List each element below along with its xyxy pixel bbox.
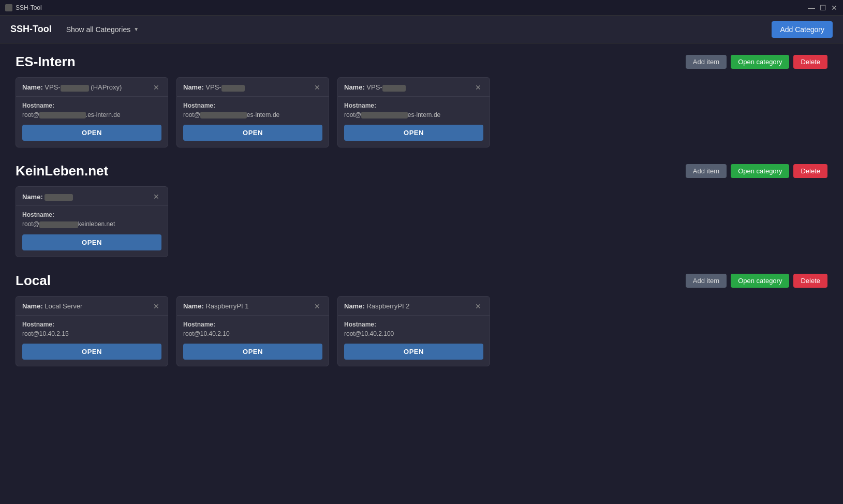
item-close-button-keinleben-0[interactable]: ✕ (151, 192, 161, 201)
item-close-button-es-intern-1[interactable]: ✕ (312, 83, 322, 92)
hostname-label-local-0: Hostname: (22, 321, 161, 328)
chevron-down-icon: ▼ (134, 26, 139, 32)
item-card-body-local-2: Hostname:root@10.40.2.100OPEN (338, 316, 490, 366)
main-content: ES-InternAdd itemOpen categoryDeleteName… (0, 43, 843, 504)
title-bar-text: SSH-Tool (16, 4, 42, 11)
hostname-value-es-intern-1: root@es-intern.de (183, 111, 322, 118)
item-card-header-es-intern-2: Name: VPS-✕ (338, 78, 490, 97)
hostname-value-keinleben-0: root@keinleben.net (22, 220, 161, 228)
item-close-button-local-1[interactable]: ✕ (312, 302, 322, 311)
item-name-label-es-intern-2: Name: VPS- (344, 83, 406, 91)
add-category-button[interactable]: Add Category (772, 21, 833, 38)
category-header-local: LocalAdd itemOpen categoryDelete (16, 273, 827, 289)
item-name-label-local-2: Name: RaspberryPI 2 (344, 302, 409, 310)
maximize-button[interactable]: ☐ (819, 4, 826, 11)
item-card-header-es-intern-0: Name: VPS- (HAProxy)✕ (16, 78, 168, 97)
items-grid-local: Name: Local Server✕Hostname:root@10.40.2… (16, 296, 827, 366)
item-card-header-es-intern-1: Name: VPS-✕ (177, 78, 329, 97)
open-button-es-intern-0[interactable]: OPEN (22, 125, 161, 141)
category-section-local: LocalAdd itemOpen categoryDeleteName: Lo… (16, 273, 827, 366)
add-item-button-local[interactable]: Add item (686, 274, 727, 288)
hostname-value-local-1: root@10.40.2.10 (183, 330, 322, 337)
category-name-keinleben: KeinLeben.net (16, 163, 108, 179)
item-close-button-local-2[interactable]: ✕ (473, 302, 483, 311)
item-card-body-keinleben-0: Hostname:root@keinleben.netOPEN (16, 206, 168, 256)
item-card-body-local-1: Hostname:root@10.40.2.10OPEN (177, 316, 329, 366)
add-item-button-es-intern[interactable]: Add item (686, 55, 727, 69)
delete-category-button-keinleben[interactable]: Delete (793, 164, 827, 178)
category-name-local: Local (16, 273, 51, 289)
category-actions-es-intern: Add itemOpen categoryDelete (686, 55, 827, 69)
hostname-label-local-1: Hostname: (183, 321, 322, 328)
delete-category-button-es-intern[interactable]: Delete (793, 55, 827, 69)
open-button-local-1[interactable]: OPEN (183, 344, 322, 360)
add-item-button-keinleben[interactable]: Add item (686, 164, 727, 178)
topbar-left: SSH-Tool Show all Categories ▼ (10, 23, 143, 36)
item-close-button-es-intern-0[interactable]: ✕ (151, 83, 161, 92)
open-button-keinleben-0[interactable]: OPEN (22, 234, 161, 250)
open-button-local-0[interactable]: OPEN (22, 344, 161, 360)
hostname-label-es-intern-0: Hostname: (22, 102, 161, 109)
category-actions-local: Add itemOpen categoryDelete (686, 274, 827, 288)
minimize-button[interactable]: — (808, 4, 815, 11)
hostname-value-local-0: root@10.40.2.15 (22, 330, 161, 337)
item-name-label-es-intern-1: Name: VPS- (183, 83, 245, 91)
hostname-label-es-intern-2: Hostname: (344, 102, 483, 109)
open-button-es-intern-2[interactable]: OPEN (344, 125, 483, 141)
category-name-es-intern: ES-Intern (16, 54, 76, 70)
item-name-label-es-intern-0: Name: VPS- (HAProxy) (22, 83, 122, 91)
hostname-value-local-2: root@10.40.2.100 (344, 330, 483, 337)
open-category-button-es-intern[interactable]: Open category (731, 55, 789, 69)
item-close-button-local-0[interactable]: ✕ (151, 302, 161, 311)
open-button-local-2[interactable]: OPEN (344, 344, 483, 360)
item-card-body-local-0: Hostname:root@10.40.2.15OPEN (16, 316, 168, 366)
item-card-local-1: Name: RaspberryPI 1✕Hostname:root@10.40.… (176, 296, 329, 366)
hostname-value-es-intern-2: root@es-intern.de (344, 111, 483, 118)
item-card-body-es-intern-1: Hostname:root@es-intern.deOPEN (177, 97, 329, 147)
category-section-keinleben: KeinLeben.netAdd itemOpen categoryDelete… (16, 163, 827, 257)
hostname-label-keinleben-0: Hostname: (22, 211, 161, 218)
item-card-keinleben-0: Name: ✕Hostname:root@keinleben.netOPEN (16, 186, 168, 257)
item-name-label-local-1: Name: RaspberryPI 1 (183, 302, 248, 310)
delete-category-button-local[interactable]: Delete (793, 274, 827, 288)
item-close-button-es-intern-2[interactable]: ✕ (473, 83, 483, 92)
item-card-header-local-0: Name: Local Server✕ (16, 297, 168, 316)
item-name-label-keinleben-0: Name: (22, 193, 73, 201)
item-card-local-0: Name: Local Server✕Hostname:root@10.40.2… (16, 296, 168, 366)
window-controls: — ☐ ✕ (808, 4, 838, 11)
open-category-button-keinleben[interactable]: Open category (731, 164, 789, 178)
title-bar-title: SSH-Tool (5, 4, 42, 11)
open-category-button-local[interactable]: Open category (731, 274, 789, 288)
close-button[interactable]: ✕ (831, 4, 838, 11)
hostname-label-es-intern-1: Hostname: (183, 102, 322, 109)
title-bar: SSH-Tool — ☐ ✕ (0, 0, 843, 16)
categories-container: ES-InternAdd itemOpen categoryDeleteName… (16, 54, 827, 366)
item-card-es-intern-2: Name: VPS-✕Hostname:root@es-intern.deOPE… (337, 77, 490, 147)
item-card-header-local-2: Name: RaspberryPI 2✕ (338, 297, 490, 316)
item-card-header-local-1: Name: RaspberryPI 1✕ (177, 297, 329, 316)
hostname-value-es-intern-0: root@.es-intern.de (22, 111, 161, 118)
item-card-body-es-intern-0: Hostname:root@.es-intern.deOPEN (16, 97, 168, 147)
app-icon (5, 4, 12, 11)
category-dropdown-label: Show all Categories (66, 25, 131, 34)
topbar: SSH-Tool Show all Categories ▼ Add Categ… (0, 16, 843, 43)
item-card-es-intern-1: Name: VPS-✕Hostname:root@es-intern.deOPE… (176, 77, 329, 147)
item-card-es-intern-0: Name: VPS- (HAProxy)✕Hostname:root@.es-i… (16, 77, 168, 147)
category-header-keinleben: KeinLeben.netAdd itemOpen categoryDelete (16, 163, 827, 179)
category-actions-keinleben: Add itemOpen categoryDelete (686, 164, 827, 178)
category-header-es-intern: ES-InternAdd itemOpen categoryDelete (16, 54, 827, 70)
item-card-header-keinleben-0: Name: ✕ (16, 187, 168, 206)
category-dropdown[interactable]: Show all Categories ▼ (62, 23, 143, 36)
app-title: SSH-Tool (10, 24, 52, 35)
items-grid-keinleben: Name: ✕Hostname:root@keinleben.netOPEN (16, 186, 827, 257)
category-section-es-intern: ES-InternAdd itemOpen categoryDeleteName… (16, 54, 827, 147)
item-card-body-es-intern-2: Hostname:root@es-intern.deOPEN (338, 97, 490, 147)
item-card-local-2: Name: RaspberryPI 2✕Hostname:root@10.40.… (337, 296, 490, 366)
item-name-label-local-0: Name: Local Server (22, 302, 82, 310)
hostname-label-local-2: Hostname: (344, 321, 483, 328)
items-grid-es-intern: Name: VPS- (HAProxy)✕Hostname:root@.es-i… (16, 77, 827, 147)
open-button-es-intern-1[interactable]: OPEN (183, 125, 322, 141)
